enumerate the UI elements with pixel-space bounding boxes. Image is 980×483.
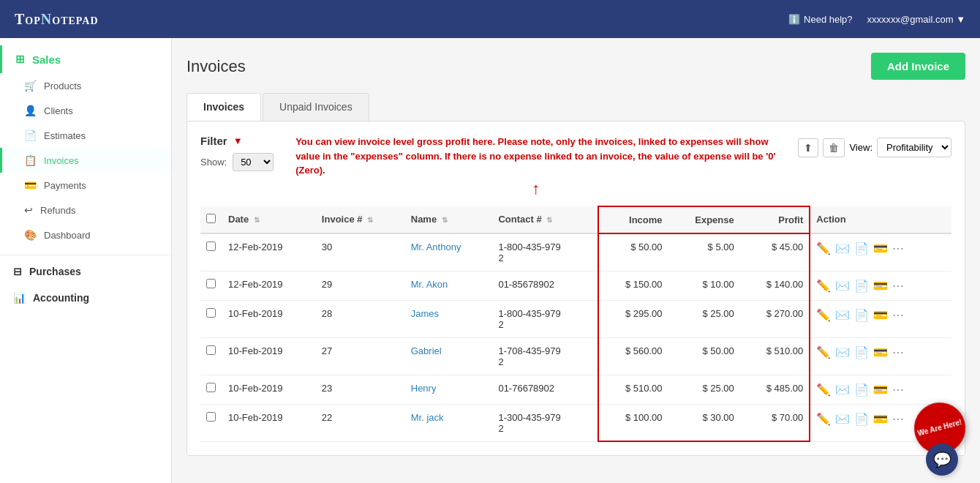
row-checkbox[interactable] — [206, 412, 216, 422]
row-name[interactable]: Gabriel — [405, 337, 493, 375]
edit-icon[interactable]: ✏️ — [816, 412, 831, 426]
row-expense: $ 25.00 — [668, 375, 740, 404]
row-checkbox[interactable] — [206, 279, 216, 288]
clients-icon: 👤 — [24, 105, 37, 116]
row-date: 12-Feb-2019 — [222, 271, 316, 300]
add-invoice-button[interactable]: Add Invoice — [871, 53, 965, 80]
pdf-icon[interactable]: 📄 — [854, 308, 869, 322]
payment-icon[interactable]: 💳 — [873, 308, 888, 322]
purchases-icon: ⊟ — [13, 266, 22, 277]
row-checkbox[interactable] — [206, 242, 216, 251]
row-checkbox[interactable] — [206, 345, 216, 355]
show-select[interactable]: 50 25 100 — [233, 153, 274, 171]
arrow-up-icon: ↑ — [295, 179, 776, 198]
row-expense: $ 10.00 — [668, 271, 740, 300]
more-icon[interactable]: ⋯ — [892, 308, 904, 322]
delete-icon[interactable]: 🗑 — [823, 138, 845, 157]
col-action: Action — [810, 206, 951, 233]
row-contact: 1-708-435-979 2 — [492, 337, 598, 375]
filter-icon[interactable]: ▼ — [233, 135, 243, 146]
row-name[interactable]: Mr. Akon — [405, 271, 493, 300]
sidebar-item-dashboard[interactable]: 🎨 Dashboard — [0, 222, 171, 247]
app-logo: TopNotepad — [15, 11, 99, 28]
email-icon[interactable]: ✉️ — [835, 279, 850, 293]
invoices-table: Date ⇅ Invoice # ⇅ Name ⇅ Contact # ⇅ In… — [200, 206, 951, 443]
row-name[interactable]: Henry — [405, 375, 493, 404]
pdf-icon[interactable]: 📄 — [854, 412, 869, 426]
pdf-icon[interactable]: 📄 — [854, 279, 869, 293]
row-name[interactable]: Mr. Anthony — [405, 233, 493, 272]
sidebar-accounting-label: Accounting — [33, 292, 89, 304]
row-invoice: 22 — [316, 404, 405, 441]
row-contact: 01-85678902 — [492, 271, 598, 300]
sidebar-item-label: Refunds — [40, 205, 75, 216]
sidebar-item-clients[interactable]: 👤 Clients — [0, 98, 171, 123]
sidebar-item-estimates[interactable]: 📄 Estimates — [0, 123, 171, 148]
more-icon[interactable]: ⋯ — [892, 412, 904, 426]
row-name[interactable]: Mr. jack — [405, 404, 493, 441]
row-invoice: 23 — [316, 375, 405, 404]
view-select[interactable]: Profitability Standard — [877, 138, 951, 157]
table-row: 12-Feb-2019 30 Mr. Anthony 1-800-435-979… — [200, 233, 951, 272]
sidebar-item-invoices[interactable]: 📋 Invoices — [0, 148, 171, 173]
table-header-row: Date ⇅ Invoice # ⇅ Name ⇅ Contact # ⇅ In… — [200, 206, 951, 233]
row-name[interactable]: James — [405, 300, 493, 337]
payment-icon[interactable]: 💳 — [873, 412, 888, 426]
sidebar-item-products[interactable]: 🛒 Products — [0, 73, 171, 98]
more-icon[interactable]: ⋯ — [892, 383, 904, 397]
pdf-icon[interactable]: 📄 — [854, 383, 869, 397]
show-row: Show: 50 25 100 — [200, 153, 274, 171]
edit-icon[interactable]: ✏️ — [816, 345, 831, 359]
edit-icon[interactable]: ✏️ — [816, 383, 831, 397]
more-icon[interactable]: ⋯ — [892, 279, 904, 293]
export-icon[interactable]: ⬆ — [798, 138, 818, 157]
row-contact: 1-800-435-979 2 — [492, 233, 598, 272]
col-name[interactable]: Name ⇅ — [405, 206, 493, 233]
col-date[interactable]: Date ⇅ — [222, 206, 316, 233]
row-expense: $ 50.00 — [668, 337, 740, 375]
filter-label: Filter — [200, 135, 227, 147]
edit-icon[interactable]: ✏️ — [816, 279, 831, 293]
payment-icon[interactable]: 💳 — [873, 345, 888, 359]
sidebar-section-accounting[interactable]: 📊 Accounting — [0, 285, 171, 311]
select-all-checkbox[interactable] — [206, 214, 216, 223]
chat-bubble[interactable]: 💬 — [926, 443, 958, 476]
col-invoice[interactable]: Invoice # ⇅ — [316, 206, 405, 233]
row-profit: $ 70.00 — [740, 404, 810, 441]
row-checkbox[interactable] — [206, 383, 216, 392]
row-checkbox[interactable] — [206, 308, 216, 318]
sidebar-item-payments[interactable]: 💳 Payments — [0, 173, 171, 198]
content-card: Filter ▼ Show: 50 25 100 You can view in… — [186, 121, 965, 456]
table-row: 10-Feb-2019 27 Gabriel 1-708-435-979 2 $… — [200, 337, 951, 375]
sidebar-item-label: Invoices — [44, 155, 79, 166]
help-text: Need help? — [804, 14, 853, 25]
accounting-icon: 📊 — [13, 292, 26, 304]
pdf-icon[interactable]: 📄 — [854, 242, 869, 255]
payment-icon[interactable]: 💳 — [873, 242, 888, 255]
email-icon[interactable]: ✉️ — [835, 308, 850, 322]
payment-icon[interactable]: 💳 — [873, 279, 888, 293]
pdf-icon[interactable]: 📄 — [854, 345, 869, 359]
tab-invoices[interactable]: Invoices — [186, 93, 261, 121]
payment-icon[interactable]: 💳 — [873, 383, 888, 397]
row-profit: $ 510.00 — [740, 337, 810, 375]
email-icon[interactable]: ✉️ — [835, 383, 850, 397]
more-icon[interactable]: ⋯ — [892, 242, 904, 255]
email-icon[interactable]: ✉️ — [835, 345, 850, 359]
help-link[interactable]: ℹ️ Need help? — [788, 14, 853, 25]
edit-icon[interactable]: ✏️ — [816, 308, 831, 322]
more-icon[interactable]: ⋯ — [892, 345, 904, 359]
user-menu[interactable]: xxxxxxx@gmail.com ▼ — [867, 14, 965, 25]
sidebar-item-refunds[interactable]: ↩ Refunds — [0, 198, 171, 222]
edit-icon[interactable]: ✏️ — [816, 242, 831, 255]
email-icon[interactable]: ✉️ — [835, 412, 850, 426]
sidebar-section-sales[interactable]: ⊞ Sales — [0, 45, 171, 73]
topnav: TopNotepad ℹ️ Need help? xxxxxxx@gmail.c… — [0, 0, 980, 38]
dashboard-icon: 🎨 — [24, 229, 37, 241]
sidebar-section-purchases[interactable]: ⊟ Purchases — [0, 255, 171, 285]
email-icon[interactable]: ✉️ — [835, 242, 850, 255]
tab-unpaid[interactable]: Unpaid Invoices — [263, 93, 369, 121]
sidebar: ⊞ Sales 🛒 Products 👤 Clients 📄 Estimates… — [0, 38, 172, 483]
col-contact[interactable]: Contact # ⇅ — [492, 206, 598, 233]
table-row: 12-Feb-2019 29 Mr. Akon 01-85678902 $ 15… — [200, 271, 951, 300]
